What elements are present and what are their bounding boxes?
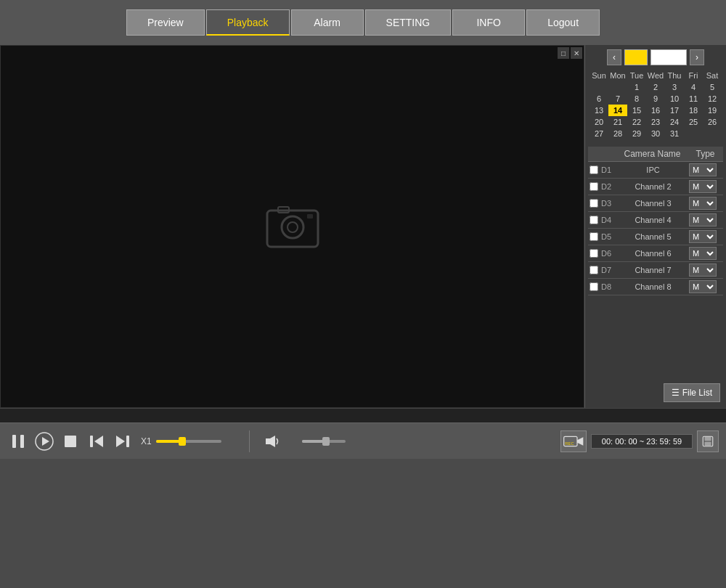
step-back-button[interactable]	[86, 430, 107, 452]
camera-type-select[interactable]: MS	[689, 230, 717, 243]
calendar-day[interactable]: 26	[703, 116, 722, 128]
file-list-area: ☰ File List	[585, 377, 726, 408]
camera-type-selector[interactable]: MS	[689, 180, 722, 193]
calendar-day[interactable]: 6	[590, 93, 608, 105]
camera-name-header: Camera Name	[616, 149, 689, 159]
play-button[interactable]	[33, 430, 55, 452]
camera-row[interactable]: D6Channel 6MS	[588, 245, 723, 262]
svg-marker-8	[42, 437, 49, 446]
calendar-day[interactable]: 18	[684, 105, 703, 116]
calendar-day[interactable]: 31	[665, 128, 684, 139]
calendar-day	[703, 128, 722, 139]
progress-bar-container[interactable]	[156, 440, 243, 443]
calendar-next-button[interactable]: ›	[690, 49, 704, 65]
svg-rect-5	[12, 435, 16, 448]
camera-row[interactable]: D1IPCMS	[588, 162, 723, 179]
camera-checkbox[interactable]	[590, 166, 598, 174]
nav-alarm[interactable]: Alarm	[291, 9, 364, 36]
camera-checkbox[interactable]	[590, 266, 598, 274]
recording-type-button[interactable]: REC	[560, 430, 587, 452]
camera-type-select[interactable]: MS	[689, 280, 717, 293]
camera-type-select[interactable]: MS	[689, 197, 717, 210]
stop-button[interactable]	[60, 430, 81, 452]
top-navigation: Preview Playback Alarm SETTING INFO Logo…	[0, 0, 726, 45]
calendar-day[interactable]: 3	[665, 81, 684, 93]
calendar-day[interactable]: 16	[646, 105, 665, 116]
camera-type-select[interactable]: MS	[689, 247, 717, 260]
file-list-button[interactable]: ☰ File List	[664, 383, 720, 402]
camera-type-select[interactable]: MS	[689, 180, 717, 193]
timeline-area[interactable]	[0, 408, 726, 422]
calendar-day[interactable]: 13	[590, 105, 608, 116]
file-list-icon: ☰	[672, 388, 680, 398]
calendar-day[interactable]: 10	[665, 93, 684, 105]
save-button[interactable]	[697, 430, 719, 452]
calendar-day[interactable]: 7	[608, 93, 627, 105]
calendar-day[interactable]: 12	[703, 93, 722, 105]
calendar-day[interactable]: 14	[608, 105, 627, 116]
calendar-day[interactable]: 25	[684, 116, 703, 128]
volume-area[interactable]	[302, 440, 346, 443]
calendar-prev-button[interactable]: ‹	[607, 49, 621, 65]
calendar-day[interactable]: 24	[665, 116, 684, 128]
nav-setting[interactable]: SETTING	[365, 9, 452, 36]
camera-id-label: D3	[601, 199, 617, 208]
volume-button[interactable]	[261, 430, 283, 452]
calendar-day[interactable]: 8	[627, 93, 646, 105]
camera-checkbox[interactable]	[590, 249, 598, 258]
pause-button[interactable]	[7, 430, 29, 452]
nav-playback[interactable]: Playback	[206, 9, 290, 36]
svg-point-2	[287, 222, 298, 232]
camera-type-selector[interactable]: MS	[689, 280, 722, 293]
calendar-day[interactable]: 4	[684, 81, 703, 93]
camera-type-selector[interactable]: MS	[689, 197, 722, 210]
camera-checkbox[interactable]	[590, 232, 598, 241]
camera-type-selector[interactable]: MS	[689, 163, 722, 176]
camera-type-selector[interactable]: MS	[689, 213, 722, 226]
camera-checkbox[interactable]	[590, 182, 598, 191]
video-close-button[interactable]: ✕	[571, 47, 582, 59]
camera-type-selector[interactable]: MS	[689, 247, 722, 260]
camera-type-selector[interactable]: MS	[689, 230, 722, 243]
calendar-day[interactable]: 23	[646, 116, 665, 128]
progress-thumb[interactable]	[179, 437, 186, 446]
camera-row[interactable]: D3Channel 3MS	[588, 195, 723, 212]
step-forward-button[interactable]	[112, 430, 134, 452]
calendar-day[interactable]: 11	[684, 93, 703, 105]
calendar-day[interactable]: 17	[665, 105, 684, 116]
nav-info[interactable]: INFO	[452, 9, 525, 36]
camera-checkbox[interactable]	[590, 199, 598, 208]
calendar-day[interactable]: 22	[627, 116, 646, 128]
camera-row[interactable]: D7Channel 7MS	[588, 262, 723, 279]
calendar-day[interactable]: 20	[590, 116, 608, 128]
camera-row[interactable]: D8Channel 8MS	[588, 279, 723, 295]
calendar-day[interactable]: 27	[590, 128, 608, 139]
calendar-month-input[interactable]: 5	[624, 49, 648, 65]
calendar-day[interactable]: 1	[627, 81, 646, 93]
camera-type-select[interactable]: MS	[689, 213, 717, 226]
nav-preview[interactable]: Preview	[126, 9, 205, 36]
volume-thumb[interactable]	[322, 437, 330, 446]
camera-checkbox[interactable]	[590, 282, 598, 291]
calendar-day[interactable]: 15	[627, 105, 646, 116]
calendar-day[interactable]: 28	[608, 128, 627, 139]
camera-type-select[interactable]: MS	[689, 264, 717, 277]
video-minimize-button[interactable]: □	[558, 47, 569, 59]
camera-row[interactable]: D5Channel 5MS	[588, 229, 723, 245]
calendar-year-input[interactable]: 2018	[650, 49, 687, 65]
progress-track[interactable]	[156, 440, 221, 443]
calendar-day[interactable]: 21	[608, 116, 627, 128]
volume-track[interactable]	[302, 440, 346, 443]
camera-checkbox[interactable]	[590, 216, 598, 224]
calendar-day[interactable]: 30	[646, 128, 665, 139]
camera-type-selector[interactable]: MS	[689, 264, 722, 277]
camera-type-select[interactable]: MS	[689, 163, 717, 176]
nav-logout[interactable]: Logout	[526, 9, 600, 36]
calendar-day[interactable]: 19	[703, 105, 722, 116]
camera-row[interactable]: D2Channel 2MS	[588, 179, 723, 195]
calendar-day[interactable]: 2	[646, 81, 665, 93]
calendar-day[interactable]: 5	[703, 81, 722, 93]
calendar-day[interactable]: 29	[627, 128, 646, 139]
calendar-day[interactable]: 9	[646, 93, 665, 105]
camera-row[interactable]: D4Channel 4MS	[588, 212, 723, 229]
